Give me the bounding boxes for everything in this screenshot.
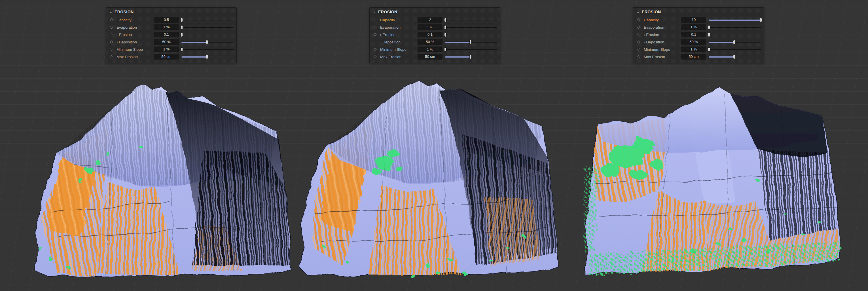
param-value-field[interactable]: 50 cm <box>417 54 442 60</box>
sub-arrow-icon: › <box>644 33 645 37</box>
param-value-field[interactable]: 0.1 <box>417 32 442 37</box>
param-slider[interactable] <box>708 47 762 52</box>
param-value-field[interactable]: 1 % <box>681 47 706 52</box>
keyframe-diamond-icon[interactable] <box>110 18 113 22</box>
param-value-field[interactable]: 0.5 <box>154 17 179 23</box>
slider-handle[interactable] <box>181 18 183 22</box>
erosion-panel-2: ⌄ EROSION Capacity 2 Evaporation 1 % <box>369 7 500 63</box>
slider-track <box>445 27 497 28</box>
panel-header[interactable]: ⌄ EROSION <box>370 8 500 16</box>
keyframe-diamond-icon[interactable] <box>373 48 377 51</box>
slider-handle[interactable] <box>733 55 735 59</box>
slider-handle[interactable] <box>708 33 710 37</box>
keyframe-diamond-icon[interactable] <box>637 26 640 29</box>
param-label: Capacity <box>117 18 131 22</box>
param-slider[interactable] <box>181 40 234 44</box>
param-row-evaporation: Evaporation 1 % <box>106 24 237 31</box>
collapse-chevron-icon[interactable]: ⌄ <box>637 10 640 13</box>
param-slider[interactable] <box>444 33 498 37</box>
param-label: Max Erosion <box>380 55 401 59</box>
keyframe-diamond-icon[interactable] <box>373 55 377 58</box>
param-label-group: Minimum Slope <box>117 47 154 52</box>
3d-viewport[interactable]: ⌄ EROSION Capacity 0.5 Evaporation 1 % <box>0 0 868 291</box>
param-slider[interactable] <box>444 18 498 22</box>
param-slider[interactable] <box>181 25 234 29</box>
keyframe-diamond-icon[interactable] <box>637 33 640 36</box>
slider-handle[interactable] <box>708 26 710 29</box>
slider-handle[interactable] <box>181 33 183 37</box>
param-slider[interactable] <box>708 18 762 22</box>
slider-handle[interactable] <box>444 18 446 22</box>
slider-handle[interactable] <box>733 40 735 44</box>
keyframe-diamond-icon[interactable] <box>637 48 640 51</box>
collapse-chevron-icon[interactable]: ⌄ <box>110 10 112 13</box>
param-value-field[interactable]: 1 % <box>154 47 179 52</box>
terrain-mesh-capacity-0.5[interactable] <box>22 80 306 282</box>
param-slider[interactable] <box>181 33 234 37</box>
param-label: Deposition <box>119 40 137 44</box>
collapse-chevron-icon[interactable]: ⌄ <box>373 10 376 13</box>
param-value-field[interactable]: 1 % <box>417 24 442 30</box>
param-slider[interactable] <box>708 55 762 59</box>
panel-header[interactable]: ⌄ EROSION <box>106 8 237 16</box>
slider-handle[interactable] <box>760 18 762 22</box>
param-value-field[interactable]: 50 % <box>417 39 442 45</box>
param-label-group: › Erosion <box>644 33 681 37</box>
keyframe-diamond-icon[interactable] <box>373 40 377 44</box>
slider-handle[interactable] <box>708 48 710 51</box>
keyframe-diamond-icon[interactable] <box>373 26 377 29</box>
slider-handle[interactable] <box>470 40 471 44</box>
param-slider[interactable] <box>708 40 762 44</box>
slider-track <box>181 49 234 50</box>
param-value-field[interactable]: 50 % <box>681 39 706 45</box>
erosion-panel-1: ⌄ EROSION Capacity 0.5 Evaporation 1 % <box>106 7 237 63</box>
param-value-field[interactable]: 50 cm <box>154 54 179 60</box>
slider-handle[interactable] <box>470 55 471 59</box>
param-row-minimum-slope: Minimum Slope 1 % <box>106 46 237 53</box>
param-value-field[interactable]: 50 cm <box>681 54 706 60</box>
param-value-field[interactable]: 1 % <box>417 47 442 52</box>
param-label: Capacity <box>644 18 659 22</box>
param-slider[interactable] <box>444 25 498 29</box>
slider-handle[interactable] <box>444 26 446 29</box>
param-value-field[interactable]: 50 % <box>154 39 179 45</box>
panel-header[interactable]: ⌄ EROSION <box>633 8 764 16</box>
param-value-field[interactable]: 1 % <box>154 24 179 30</box>
keyframe-diamond-icon[interactable] <box>110 26 113 29</box>
param-value-field[interactable]: 0.1 <box>154 32 179 37</box>
slider-handle[interactable] <box>206 40 208 44</box>
param-value-field[interactable]: 10 <box>681 17 706 23</box>
keyframe-diamond-icon[interactable] <box>373 33 377 36</box>
param-slider[interactable] <box>181 47 234 52</box>
keyframe-diamond-icon[interactable] <box>637 18 640 22</box>
keyframe-diamond-icon[interactable] <box>110 40 113 44</box>
terrain-mesh-capacity-10[interactable] <box>570 82 855 285</box>
keyframe-diamond-icon[interactable] <box>637 40 640 44</box>
param-slider[interactable] <box>444 47 498 52</box>
terrain-mesh-capacity-2[interactable] <box>288 77 578 282</box>
param-slider[interactable] <box>708 25 762 29</box>
param-slider[interactable] <box>181 18 234 22</box>
param-slider[interactable] <box>444 55 498 59</box>
keyframe-diamond-icon[interactable] <box>373 18 377 22</box>
param-label: Deposition <box>382 40 401 44</box>
slider-handle[interactable] <box>444 33 446 37</box>
param-slider[interactable] <box>708 33 762 37</box>
slider-handle[interactable] <box>444 48 446 51</box>
param-value-field[interactable]: 0.1 <box>681 32 706 37</box>
param-slider[interactable] <box>444 40 498 44</box>
keyframe-diamond-icon[interactable] <box>637 55 640 58</box>
param-label-group: Evaporation <box>380 25 417 29</box>
param-label-group: Max Erosion <box>380 55 417 59</box>
slider-handle[interactable] <box>181 48 183 51</box>
param-value-field[interactable]: 2 <box>417 17 442 23</box>
slider-handle[interactable] <box>181 26 183 29</box>
keyframe-diamond-icon[interactable] <box>110 55 113 58</box>
param-slider[interactable] <box>181 55 234 59</box>
param-label-group: Evaporation <box>117 25 154 29</box>
param-value-field[interactable]: 1 % <box>681 24 706 30</box>
keyframe-diamond-icon[interactable] <box>110 33 113 36</box>
param-label-group: › Erosion <box>117 33 154 37</box>
slider-handle[interactable] <box>206 55 208 59</box>
keyframe-diamond-icon[interactable] <box>110 48 113 51</box>
